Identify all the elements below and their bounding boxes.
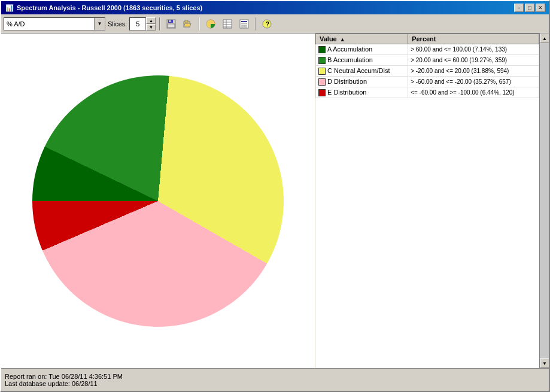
scroll-track[interactable]: [540, 43, 549, 358]
svg-text:?: ?: [266, 21, 269, 28]
help-icon: ?: [262, 19, 272, 29]
table-icon: [223, 19, 232, 29]
legend-row: D Distribution> -60.00 and <= -20.00 (35…: [316, 77, 539, 87]
toolbar: % A/D ▼ Slices: 5 ▲ ▼: [1, 14, 549, 34]
legend-row: C Neutral Accum/Dist> -20.00 and <= 20.0…: [316, 66, 539, 77]
chart-area: [1, 34, 315, 368]
status-line2: Last database update: 06/28/11: [5, 380, 545, 387]
legend-label: E Distribution: [327, 89, 366, 96]
right-panel: Value ▲ Percent A Accumulation> 60.00 an…: [315, 34, 539, 368]
legend-color-swatch: [318, 57, 326, 64]
legend-table: Value ▲ Percent A Accumulation> 60.00 an…: [315, 34, 539, 98]
pie-chart-button[interactable]: [203, 17, 218, 31]
app-icon: 📊: [5, 3, 14, 13]
right-panel-empty: [315, 98, 539, 368]
col-percent-header[interactable]: Percent: [408, 34, 539, 44]
legend-cell-label[interactable]: E Distribution: [316, 87, 408, 98]
legend-row: E Distribution<= -60.00 and >= -100.00 (…: [316, 87, 539, 98]
svg-marker-6: [184, 23, 191, 27]
legend-row: B Accumulation> 20.00 and <= 60.00 (19.2…: [316, 55, 539, 66]
sort-icon: ▲: [340, 37, 345, 42]
slices-value[interactable]: 5: [129, 17, 146, 31]
legend-cell-label[interactable]: B Accumulation: [316, 55, 408, 66]
title-bar-left: 📊 Spectrum Analysis - Russell 2000 (1863…: [5, 3, 202, 13]
list-button[interactable]: [237, 17, 251, 31]
title-bar: 📊 Spectrum Analysis - Russell 2000 (1863…: [1, 1, 549, 14]
svg-rect-2: [169, 20, 171, 22]
pie-chart-icon: [206, 19, 215, 29]
legend-label: A Accumulation: [327, 45, 372, 53]
slices-up-arrow[interactable]: ▲: [146, 17, 156, 24]
window-title: Spectrum Analysis - Russell 2000 (1863 s…: [17, 4, 202, 11]
legend-cell-range: > -60.00 and <= -20.00 (35.27%, 657): [408, 77, 539, 87]
slices-input: 5 ▲ ▼: [129, 17, 156, 31]
legend-cell-label[interactable]: D Distribution: [316, 77, 408, 87]
status-line1: Report ran on: Tue 06/28/11 4:36:51 PM: [5, 373, 545, 380]
minimize-button[interactable]: −: [514, 4, 524, 12]
legend-row: A Accumulation> 60.00 and <= 100.00 (7.1…: [316, 44, 539, 55]
pie-chart: [32, 75, 284, 327]
col-value-header[interactable]: Value ▲: [316, 34, 408, 44]
legend-cell-range: <= -60.00 and >= -100.00 (6.44%, 120): [408, 87, 539, 98]
legend-color-swatch: [318, 68, 326, 75]
table-button[interactable]: [220, 17, 235, 31]
toolbar-separator-2: [199, 17, 200, 31]
scroll-down-button[interactable]: ▼: [540, 358, 549, 368]
scroll-up-button[interactable]: ▲: [540, 34, 549, 43]
legend-cell-label[interactable]: C Neutral Accum/Dist: [316, 66, 408, 77]
slices-stepper: ▲ ▼: [146, 17, 156, 31]
vertical-scrollbar[interactable]: ▲ ▼: [539, 34, 549, 368]
slices-down-arrow[interactable]: ▼: [146, 24, 156, 31]
open-icon: [183, 19, 193, 29]
legend-cell-range: > 20.00 and <= 60.00 (19.27%, 359): [408, 55, 539, 66]
svg-rect-3: [168, 24, 175, 28]
main-area: Value ▲ Percent A Accumulation> 60.00 an…: [1, 34, 549, 368]
legend-label: B Accumulation: [327, 56, 373, 63]
save-button[interactable]: [164, 17, 178, 31]
analysis-dropdown[interactable]: % A/D ▼: [4, 17, 105, 31]
slices-label: Slices:: [108, 20, 127, 28]
legend-cell-range: > -20.00 and <= 20.00 (31.88%, 594): [408, 66, 539, 77]
legend-color-swatch: [318, 89, 326, 96]
toolbar-separator-3: [255, 17, 256, 31]
legend-label: C Neutral Accum/Dist: [327, 67, 390, 74]
dropdown-value: % A/D: [4, 19, 94, 29]
pie-chart-container: [32, 75, 284, 327]
list-icon: [239, 19, 249, 29]
title-buttons: − □ ✕: [514, 4, 545, 12]
legend-cell-label[interactable]: A Accumulation: [316, 44, 408, 55]
toolbar-separator-1: [159, 17, 160, 31]
main-window: 📊 Spectrum Analysis - Russell 2000 (1863…: [0, 0, 550, 392]
open-button[interactable]: [181, 17, 195, 31]
help-button[interactable]: ?: [260, 17, 274, 31]
status-bar: Report ran on: Tue 06/28/11 4:36:51 PM L…: [1, 368, 549, 391]
save-icon: [166, 19, 176, 29]
legend-label: D Distribution: [327, 78, 367, 85]
dropdown-arrow-icon[interactable]: ▼: [94, 18, 105, 30]
maximize-button[interactable]: □: [525, 4, 534, 12]
legend-color-swatch: [318, 78, 326, 86]
legend-color-swatch: [318, 46, 326, 53]
svg-rect-5: [185, 20, 188, 22]
legend-header: Value ▲ Percent: [316, 34, 539, 44]
close-button[interactable]: ✕: [536, 4, 545, 12]
legend-cell-range: > 60.00 and <= 100.00 (7.14%, 133): [408, 44, 539, 55]
